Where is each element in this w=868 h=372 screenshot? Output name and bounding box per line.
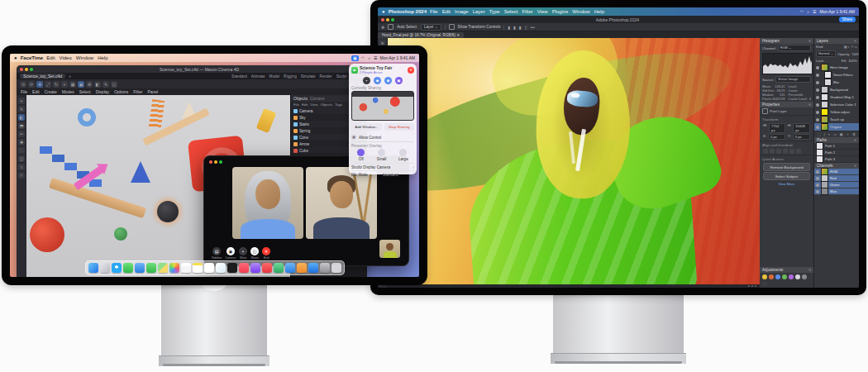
redo-icon[interactable]: ⟳ — [28, 81, 35, 88]
content-tab[interactable]: Content — [310, 96, 325, 101]
workspace-tab[interactable]: Simulate — [301, 74, 316, 79]
menu-item[interactable]: Edit — [442, 9, 451, 14]
dock-app-icon[interactable] — [88, 263, 98, 273]
call-control-button[interactable]: ▪ — [239, 247, 247, 255]
undo-icon[interactable]: ⟲ — [20, 81, 26, 88]
opacity-value[interactable]: 100% — [852, 52, 859, 56]
channel-name[interactable]: Red — [830, 176, 837, 180]
overlay-option-icon[interactable] — [399, 149, 407, 156]
transform-section-label[interactable]: Transform — [760, 115, 813, 122]
properties-panel-header[interactable]: Properties≡ — [760, 102, 813, 107]
channel-visibility-icon[interactable] — [816, 177, 819, 180]
layers-footer-icon[interactable]: ▭ — [833, 132, 837, 136]
layer-row[interactable]: Selective Color 1 — [814, 101, 859, 108]
transform-field[interactable]: X:0 px — [763, 134, 785, 140]
model-tool[interactable]: ◧ — [18, 114, 25, 121]
screen-sharing-indicator[interactable]: ▣ — [351, 55, 359, 61]
zoom-button[interactable] — [391, 18, 394, 21]
transform-controls-checkbox[interactable] — [449, 24, 455, 30]
view-more-link[interactable]: View More — [760, 181, 813, 187]
select-tool[interactable]: ⌖ — [18, 98, 25, 104]
layer-name[interactable]: Gradient Map 1 — [830, 95, 854, 99]
menu-item[interactable]: Select — [504, 9, 518, 14]
transform-field[interactable]: W:7704 px — [763, 123, 785, 133]
dock-app-icon[interactable] — [285, 263, 295, 273]
layer-visibility-icon[interactable] — [816, 74, 819, 77]
workspace-tab[interactable]: Model — [269, 74, 280, 79]
channel-dropdown[interactable]: RGB ⌄ — [778, 45, 811, 51]
call-control-button[interactable]: ◱ — [250, 247, 259, 255]
layer-thumbnail[interactable] — [821, 86, 828, 93]
layers-footer-icon[interactable]: ⬚ — [818, 132, 821, 136]
layer-row[interactable]: Background — [814, 86, 859, 93]
layer-visibility-icon[interactable] — [816, 126, 819, 129]
layers-footer-icon[interactable]: ◐ — [828, 132, 831, 136]
menu-item[interactable]: Video — [60, 55, 72, 60]
channel-name[interactable]: RGB — [830, 169, 837, 174]
layers-panel-header[interactable]: Layers≡ — [814, 38, 859, 44]
menu-item[interactable]: Help — [594, 9, 604, 14]
stop-sharing-button[interactable]: Stop Sharing — [384, 123, 415, 131]
channel-row[interactable]: Blue — [814, 188, 859, 195]
channel-name[interactable]: Blue — [830, 189, 837, 193]
layer-visibility-icon[interactable] — [816, 103, 819, 107]
dock-app-icon[interactable] — [308, 263, 318, 273]
call-control-button[interactable]: ✕ — [262, 247, 270, 255]
render-settings-icon[interactable]: ⚙ — [86, 81, 93, 88]
layers-footer-icon[interactable]: ＋ — [846, 132, 849, 136]
layer-visibility-icon[interactable] — [816, 66, 819, 69]
path-name[interactable]: Path 1 — [825, 144, 835, 148]
menu-item[interactable]: Image — [455, 9, 469, 14]
status-icon[interactable]: ☰ — [374, 55, 377, 60]
transform-field[interactable]: Y:0 px — [788, 134, 810, 140]
path-name[interactable]: Path 2 — [825, 150, 835, 155]
workspace-tab[interactable]: Animate — [251, 74, 265, 79]
menubar-clock[interactable]: Mon Apr 1 9:41 AM — [819, 9, 855, 14]
menu-item[interactable]: Filter — [522, 9, 532, 14]
blend-mode-dropdown[interactable]: Normal ⌄ — [816, 50, 836, 57]
layer-name[interactable]: Hero Image — [830, 65, 848, 69]
layer-row[interactable]: Gradient Map 1 — [814, 93, 859, 101]
document-tab[interactable]: Science_toy_Set.c4d — [20, 74, 65, 79]
layer-row[interactable]: Yellow adjust — [814, 108, 859, 116]
menu-item[interactable]: Type — [489, 9, 500, 14]
dock-app-icon[interactable] — [146, 263, 156, 273]
share-button[interactable]: Share — [839, 17, 856, 22]
layer-thumbnail[interactable] — [821, 116, 828, 123]
channel-name[interactable]: Green — [830, 183, 840, 187]
dock-app-icon[interactable] — [216, 263, 226, 273]
channel-visibility-icon[interactable] — [816, 184, 819, 187]
close-button[interactable] — [20, 68, 23, 71]
path-name[interactable]: Path 3 — [825, 157, 835, 161]
minimize-button[interactable] — [214, 160, 217, 164]
close-button[interactable] — [209, 160, 212, 164]
fill-value[interactable]: 100% — [848, 59, 857, 63]
quick-action-button[interactable]: Select Subject — [763, 172, 810, 180]
panel-menu-icon[interactable]: ≡ — [808, 38, 811, 44]
c4d-menu-item[interactable]: Create — [45, 89, 57, 94]
zoom-button[interactable] — [219, 160, 222, 164]
objects-menu-item[interactable]: Objects — [321, 103, 333, 107]
transform-field[interactable]: H:10408 px — [788, 123, 810, 133]
call-action-button[interactable]: ▪ — [363, 77, 370, 84]
rotate-tool-icon[interactable]: ↻ — [53, 81, 60, 88]
apple-menu-icon[interactable]: ● — [14, 55, 17, 60]
align-buttons[interactable] — [760, 148, 813, 155]
dock-app-icon[interactable] — [262, 263, 272, 273]
layer-name[interactable]: Yellow adjust — [830, 110, 850, 114]
call-action-button[interactable]: ◆ — [374, 77, 381, 84]
status-icon[interactable]: ◠ — [361, 55, 365, 60]
object-name[interactable]: Spring — [299, 129, 310, 133]
menu-item[interactable]: Window — [76, 55, 93, 60]
objects-menu-item[interactable]: Tags — [335, 103, 342, 107]
call-subtitle[interactable]: 2 People Active — [360, 70, 392, 74]
histogram-panel-header[interactable]: Histogram ≡ — [760, 38, 813, 44]
overlay-option-icon[interactable] — [378, 149, 385, 156]
extrude-tool[interactable]: ⬒ — [18, 122, 25, 129]
source-dropdown[interactable]: Entire Image — [775, 76, 811, 83]
objects-menu-item[interactable]: Edit — [302, 103, 308, 107]
objects-menu-item[interactable]: View — [310, 103, 317, 107]
layer-visibility-icon[interactable] — [816, 81, 819, 84]
layer-thumbnail[interactable] — [821, 93, 828, 101]
document-tab[interactable]: Hood_Final.psd @ 16.7% (Original, RGB/8)… — [378, 32, 464, 38]
